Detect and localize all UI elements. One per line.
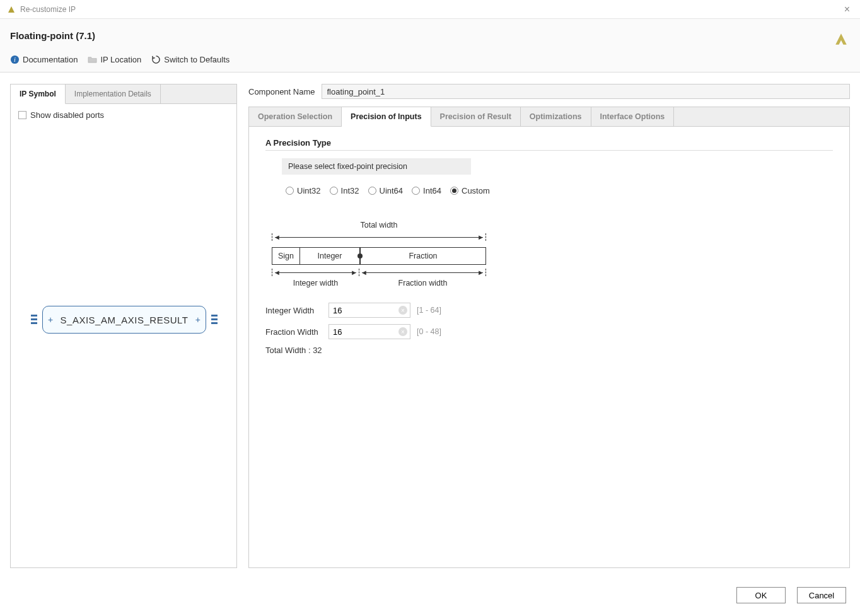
fraction-width-diagram-label: Fraction width [359,279,486,288]
tab-precision-result[interactable]: Precision of Result [431,107,521,126]
fraction-width-range: [0 - 48] [417,327,441,336]
integer-width-label: Integer Width [265,306,322,315]
ip-location-label: IP Location [100,55,141,64]
radio-icon [368,187,376,195]
vendor-logo-icon [832,30,850,48]
bus-port-left-icon [31,313,40,326]
tab-operation-selection[interactable]: Operation Selection [249,107,342,126]
integer-width-range: [1 - 64] [417,306,441,315]
right-panel: Component Name Operation Selection Preci… [248,84,850,568]
header-links: i Documentation IP Location [10,55,832,64]
switch-defaults-label: Switch to Defaults [164,55,230,64]
total-width-text: Total Width : 32 [265,346,833,355]
tab-precision-inputs[interactable]: Precision of Inputs [342,107,431,127]
integer-box: Integer [300,248,360,264]
half-arrows: ◄► ◄► [272,269,486,276]
ip-symbol-diagram: + S_AXIS_AM_AXIS_RESULT + [42,306,206,334]
ip-block-label: S_AXIS_AM_AXIS_RESULT [61,315,189,325]
svg-rect-2 [31,315,37,317]
radio-int64[interactable]: Int64 [412,186,441,195]
checkbox-icon [18,111,26,119]
component-name-input[interactable] [322,84,851,99]
left-panel: IP Symbol Implementation Details Show di… [10,84,237,568]
precision-type-heading: A Precision Type [265,138,833,148]
folder-icon [88,55,97,64]
show-disabled-ports-label: Show disabled ports [30,110,104,120]
radio-icon [330,187,338,195]
show-disabled-ports-checkbox[interactable]: Show disabled ports [18,110,229,120]
documentation-link[interactable]: i Documentation [10,55,78,64]
page-title: Floating-point (7.1) [10,30,832,41]
sign-box: Sign [272,248,300,264]
left-tabs: IP Symbol Implementation Details [11,84,236,104]
fraction-width-label: Fraction Width [265,327,322,337]
precision-radio-group: Uint32 Int32 Uint64 Int64 Custom [286,186,833,195]
tab-interface-options[interactable]: Interface Options [591,107,675,126]
config-tabs: Operation Selection Precision of Inputs … [249,107,849,127]
clear-icon[interactable]: × [398,306,407,315]
documentation-label: Documentation [23,55,78,64]
bus-port-right-icon [209,313,218,326]
divider [265,150,833,151]
svg-rect-7 [211,322,218,324]
precision-inputs-body: A Precision Type Please select fixed-poi… [249,127,849,567]
cancel-button[interactable]: Cancel [797,587,846,603]
ok-button[interactable]: OK [736,587,786,603]
component-name-row: Component Name [248,84,850,99]
component-name-label: Component Name [248,87,315,96]
svg-rect-6 [211,318,218,320]
svg-rect-5 [211,315,218,317]
config-tabs-box: Operation Selection Precision of Inputs … [248,107,850,568]
precision-hint: Please select fixed-point precision [282,158,471,175]
switch-defaults-link[interactable]: Switch to Defaults [151,55,230,64]
tab-optimizations[interactable]: Optimizations [521,107,591,126]
left-body: Show disabled ports + S_AXIS_AM_AXIS_RES… [11,104,236,567]
integer-width-diagram-label: Integer width [272,279,359,288]
fraction-width-row: Fraction Width × [0 - 48] [265,324,833,339]
close-icon[interactable]: × [840,4,854,15]
svg-rect-3 [31,318,37,320]
radio-icon [412,187,420,195]
expand-left-icon[interactable]: + [48,315,53,325]
info-icon: i [10,55,20,64]
radix-point-icon [360,248,361,264]
svg-text:i: i [14,56,16,63]
half-labels: Integer width Fraction width [272,279,486,288]
app-icon [6,4,16,15]
window-title: Re-customize IP [20,5,840,14]
footer: OK Cancel [0,579,860,616]
integer-width-row: Integer Width × [1 - 64] [265,303,833,318]
width-boxes: Sign Integer Fraction [272,247,486,265]
tab-ip-symbol[interactable]: IP Symbol [11,84,66,104]
radio-icon [286,187,294,195]
ip-location-link[interactable]: IP Location [88,55,141,64]
width-diagram: Total width ◄► Sign Integer Fraction ◄► … [272,221,486,288]
total-width-label: Total width [272,221,486,230]
titlebar: Re-customize IP × [0,0,860,19]
ip-block[interactable]: + S_AXIS_AM_AXIS_RESULT + [42,306,206,334]
radio-custom[interactable]: Custom [450,186,490,195]
radio-icon [450,187,458,195]
header: Floating-point (7.1) i Documentation IP … [0,19,860,73]
reload-icon [151,55,161,64]
radio-int32[interactable]: Int32 [330,186,359,195]
total-width-arrow: ◄► [272,233,486,241]
fraction-box: Fraction [361,248,485,264]
window: Re-customize IP × Floating-point (7.1) i… [0,0,860,616]
svg-rect-4 [31,322,37,324]
radio-uint64[interactable]: Uint64 [368,186,404,195]
radio-uint32[interactable]: Uint32 [286,186,321,195]
clear-icon[interactable]: × [398,327,407,336]
main-body: IP Symbol Implementation Details Show di… [0,73,860,579]
expand-right-icon[interactable]: + [195,315,200,325]
tab-implementation-details[interactable]: Implementation Details [66,84,161,103]
